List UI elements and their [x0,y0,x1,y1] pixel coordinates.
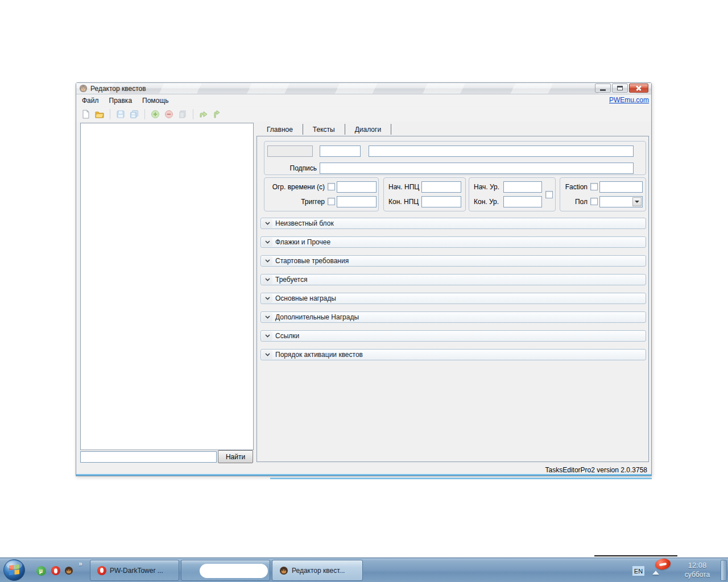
taskbar-button-label: PW-DarkTower ... [110,567,163,575]
toolbar-separator [110,109,110,119]
start-npc-label: Нач. НПЦ [388,181,419,193]
taskbar-button-blank[interactable] [181,560,270,581]
menu-help[interactable]: Помощь [142,97,168,105]
quest-id-input[interactable] [267,146,313,157]
end-level-input[interactable] [503,196,542,207]
section-label: Ссылки [275,332,299,340]
faction-label: Faction [560,181,588,193]
signature-input[interactable] [320,163,634,174]
open-folder-button[interactable] [94,109,105,119]
quest-code-input[interactable] [320,146,361,157]
gender-checkbox[interactable] [590,198,598,205]
branch-up-button[interactable] [212,109,222,119]
section-unknown-block[interactable]: Неизвестный блок [260,218,646,229]
minimize-button[interactable] [595,84,611,93]
minimize-icon [600,89,606,91]
tab-dialogs[interactable]: Диалоги [348,126,388,134]
new-file-icon [81,110,90,119]
end-npc-input[interactable] [421,196,461,207]
toolbar-separator [193,109,193,119]
maximize-button[interactable] [612,84,628,93]
chevron-down-icon [262,350,272,359]
quest-tree-panel[interactable] [80,123,254,450]
section-start-requirements[interactable]: Стартовые требования [260,255,646,267]
section-label: Основные награды [275,294,336,302]
section-flags-misc[interactable]: Флажки и Прочее [260,236,646,248]
start-level-input[interactable] [503,181,542,193]
clock-day: суббота [677,570,718,580]
branch-forward-icon [199,110,208,119]
level-checkbox[interactable] [545,191,553,198]
search-input[interactable] [80,451,217,463]
clock[interactable]: 12:08 суббота [677,560,718,580]
branch-forward-button[interactable] [198,109,209,119]
hidden-icons-chevron[interactable] [652,571,659,575]
time-limit-input[interactable] [337,181,377,193]
section-required[interactable]: Требуется [260,274,646,285]
time-limit-label: Огр. времени (с) [264,181,325,193]
tab-texts[interactable]: Тексты [305,126,342,134]
close-button[interactable] [629,84,648,93]
version-status: TasksEditorPro2 version 2.0.3758 [545,466,647,474]
chevron-down-icon [262,256,272,265]
save-all-button[interactable] [129,109,139,119]
start-button[interactable] [3,559,26,581]
section-label: Флажки и Прочее [275,238,330,246]
maximize-icon [617,86,623,90]
chevron-down-icon [262,331,272,340]
censored-label [200,564,268,578]
tab-separator [391,124,391,135]
quest-identity-group: Подпись [264,141,646,175]
utorrent-icon[interactable]: µ [36,566,46,576]
save-button[interactable] [115,109,126,119]
section-label: Неизвестный блок [275,219,334,227]
section-quest-activation-order[interactable]: Порядок активации квестов [260,349,646,360]
section-label: Порядок активации квестов [275,351,363,359]
new-file-button[interactable] [81,109,91,119]
add-button[interactable] [150,109,160,119]
section-label: Требуется [275,276,307,284]
copy-button[interactable] [177,109,188,119]
trigger-input[interactable] [337,196,377,207]
quick-launch-overflow-chevron[interactable]: » [78,560,82,568]
quest-editor-icon[interactable] [64,566,74,576]
time-limit-checkbox[interactable] [328,183,335,190]
menu-edit[interactable]: Правка [109,97,133,105]
language-indicator[interactable]: EN [632,566,644,576]
trigger-checkbox[interactable] [328,198,335,205]
taskbar-edge-handle[interactable] [721,560,727,581]
branch-up-icon [213,110,222,119]
find-button[interactable]: Найти [218,450,253,463]
section-additional-rewards[interactable]: Дополнительные Награды [260,311,646,323]
tab-main[interactable]: Главное [259,126,300,134]
taskbar-button-quest-editor[interactable]: Редактор квест... [272,560,363,581]
save-icon [116,110,125,119]
dropdown-button[interactable] [632,197,642,206]
section-main-rewards[interactable]: Основные награды [260,293,646,304]
opera-icon[interactable] [51,566,61,576]
section-links[interactable]: Ссылки [260,330,646,342]
menu-file[interactable]: Файл [82,97,99,105]
quest-name-input[interactable] [369,146,634,157]
chevron-down-icon [262,275,272,284]
opera-icon [97,566,106,575]
screen-artifact-line [594,555,677,556]
app-icon [79,84,88,93]
time-trigger-group: Огр. времени (с) Триггер [264,177,379,211]
tab-separator [303,124,303,135]
faction-input[interactable] [599,181,643,193]
trigger-label: Триггер [264,196,325,207]
end-npc-label: Кон. НПЦ [388,196,419,207]
taskbar-button-label: Редактор квест... [292,567,345,575]
pwemu-link[interactable]: PWEmu.com [609,96,649,104]
gender-dropdown[interactable] [599,196,643,207]
faction-checkbox[interactable] [590,183,598,190]
remove-button[interactable] [164,109,174,119]
titlebar[interactable]: Редактор квестов [76,83,651,94]
start-npc-input[interactable] [421,181,461,193]
tab-bar: Главное Тексты Диалоги [259,123,394,136]
quest-editor-window: Редактор квестов Файл Правка Помощь PWEm… [76,82,652,476]
taskbar-button-pw-darktower[interactable]: PW-DarkTower ... [90,560,179,581]
taskbar: µ » PW-DarkTower ... [0,558,728,582]
red-badge-icon[interactable] [655,558,672,571]
